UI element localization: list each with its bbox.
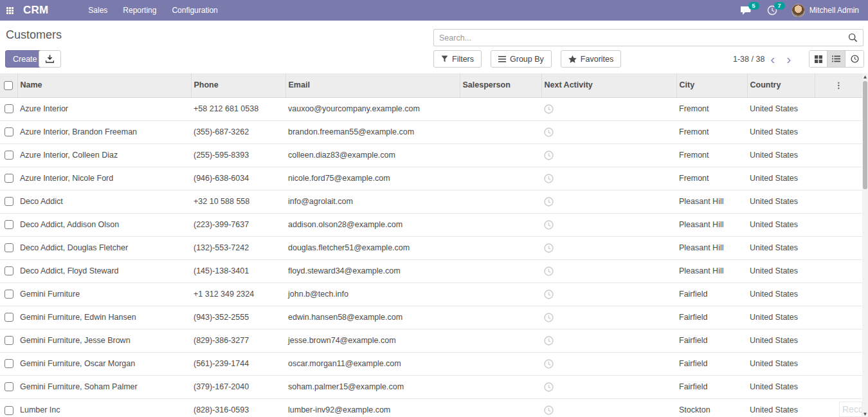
next-activity-clock-icon[interactable] (544, 243, 554, 253)
scroll-down-arrow[interactable]: ▼ (862, 411, 868, 417)
column-header-salesperson[interactable]: Salesperson (460, 73, 541, 97)
activities-button[interactable]: 7 (759, 0, 785, 21)
row-checkbox[interactable] (5, 290, 14, 299)
table-row[interactable]: Deco Addict, Douglas Fletcher (132)-553-… (0, 236, 862, 259)
customer-name-cell: Deco Addict, Douglas Fletcher (17, 236, 191, 259)
menu-configuration[interactable]: Configuration (164, 0, 225, 21)
scroll-up-arrow[interactable]: ▲ (862, 73, 868, 80)
table-row[interactable]: Azure Interior, Brandon Freeman (355)-68… (0, 120, 862, 144)
email-cell: colleen.diaz83@example.com (285, 144, 460, 167)
row-checkbox[interactable] (5, 359, 14, 368)
next-activity-clock-icon[interactable] (544, 359, 554, 369)
table-row[interactable]: Gemini Furniture, Soham Palmer (379)-167… (0, 375, 862, 398)
scrollbar-thumb[interactable] (863, 81, 867, 189)
table-row[interactable]: Azure Interior, Nicole Ford (946)-638-60… (0, 167, 862, 190)
user-avatar[interactable] (791, 4, 805, 17)
menu-reporting[interactable]: Reporting (115, 0, 164, 21)
row-checkbox[interactable] (5, 243, 14, 252)
menu-sales[interactable]: Sales (80, 0, 115, 21)
select-all-checkbox[interactable] (4, 81, 13, 90)
row-checkbox-cell (0, 236, 17, 259)
messages-badge: 5 (748, 2, 759, 10)
next-activity-clock-icon[interactable] (544, 336, 554, 346)
table-body: Azure Interior +58 212 681 0538 vauxoo@y… (0, 97, 862, 417)
next-activity-clock-icon[interactable] (544, 151, 554, 160)
next-activity-clock-icon[interactable] (544, 104, 554, 114)
spacer-cell (815, 236, 862, 259)
row-checkbox[interactable] (5, 174, 14, 183)
next-activity-clock-icon[interactable] (544, 266, 554, 276)
spacer-cell (815, 97, 862, 120)
next-activity-cell (541, 190, 676, 213)
search-icon[interactable] (843, 33, 863, 42)
row-checkbox[interactable] (5, 104, 14, 113)
status-tooltip: Reco (839, 402, 862, 417)
salesperson-cell (460, 306, 541, 329)
email-cell: addison.olson28@example.com (285, 213, 460, 236)
next-activity-clock-icon[interactable] (544, 382, 554, 392)
table-row[interactable]: Azure Interior +58 212 681 0538 vauxoo@y… (0, 97, 862, 120)
row-checkbox[interactable] (5, 336, 14, 345)
row-checkbox[interactable] (5, 197, 14, 206)
phone-cell: (223)-399-7637 (191, 213, 285, 236)
next-activity-clock-icon[interactable] (544, 197, 554, 207)
user-menu[interactable]: Mitchell Admin (809, 6, 868, 15)
city-cell: Pleasant Hill (676, 213, 747, 236)
next-activity-clock-icon[interactable] (544, 174, 554, 183)
row-checkbox[interactable] (5, 127, 14, 136)
next-activity-clock-icon[interactable] (544, 313, 554, 322)
customer-name-cell: Gemini Furniture, Oscar Morgan (17, 352, 191, 375)
table-row[interactable]: Gemini Furniture, Jesse Brown (829)-386-… (0, 329, 862, 352)
row-checkbox[interactable] (5, 313, 14, 322)
column-header-name[interactable]: Name (17, 73, 191, 97)
next-activity-clock-icon[interactable] (544, 127, 554, 137)
pager-next-button[interactable]: › (781, 51, 797, 66)
app-brand[interactable]: CRM (19, 4, 57, 17)
next-activity-clock-icon[interactable] (544, 405, 554, 415)
row-checkbox[interactable] (5, 266, 14, 275)
column-header-email[interactable]: Email (285, 73, 460, 97)
column-header-country[interactable]: Country (747, 73, 815, 97)
salesperson-cell (460, 144, 541, 167)
row-checkbox[interactable] (5, 382, 14, 391)
row-checkbox[interactable] (5, 151, 14, 160)
table-row[interactable]: Gemini Furniture, Oscar Morgan (561)-239… (0, 352, 862, 375)
export-button[interactable] (39, 50, 61, 68)
messages-button[interactable]: 5 (733, 0, 759, 21)
filters-button[interactable]: Filters (433, 50, 482, 68)
next-activity-clock-icon[interactable] (544, 290, 554, 299)
table-row[interactable]: Deco Addict, Floyd Steward (145)-138-340… (0, 259, 862, 283)
column-header-next-activity[interactable]: Next Activity (541, 73, 676, 97)
activity-view-button[interactable] (845, 51, 863, 67)
column-header-phone[interactable]: Phone (191, 73, 285, 97)
salesperson-cell (460, 97, 541, 120)
apps-menu-button[interactable] (0, 0, 19, 21)
row-checkbox[interactable] (5, 406, 14, 415)
table-row[interactable]: Azure Interior, Colleen Diaz (255)-595-8… (0, 144, 862, 167)
phone-cell: (946)-638-6034 (191, 167, 285, 190)
table-row[interactable]: Deco Addict, Addison Olson (223)-399-763… (0, 213, 862, 236)
favorites-button[interactable]: Favorites (561, 50, 621, 68)
salesperson-cell (460, 375, 541, 398)
pager-previous-button[interactable]: ‹ (764, 51, 781, 66)
list-view-button[interactable] (827, 51, 845, 67)
row-checkbox[interactable] (5, 220, 14, 229)
column-header-city[interactable]: City (676, 73, 747, 97)
kanban-view-button[interactable] (809, 51, 827, 67)
search-input[interactable] (434, 33, 843, 42)
table-row[interactable]: Deco Addict +32 10 588 558 info@agrolait… (0, 190, 862, 213)
next-activity-clock-icon[interactable] (544, 220, 554, 230)
spacer-cell (815, 375, 862, 398)
table-row[interactable]: Gemini Furniture +1 312 349 2324 john.b@… (0, 283, 862, 306)
city-cell: Fremont (676, 144, 747, 167)
salesperson-cell (460, 167, 541, 190)
next-activity-cell (541, 306, 676, 329)
vertical-scrollbar[interactable]: ▲ ▼ (862, 73, 868, 417)
group-by-button[interactable]: Group By (491, 50, 552, 68)
table-row[interactable]: Lumber Inc (828)-316-0593 lumber-inv92@e… (0, 398, 862, 417)
spacer-cell (815, 167, 862, 190)
optional-columns-toggle[interactable]: ⋮ (815, 73, 862, 97)
next-activity-cell (541, 283, 676, 306)
phone-cell: (255)-595-8393 (191, 144, 285, 167)
table-row[interactable]: Gemini Furniture, Edwin Hansen (943)-352… (0, 306, 862, 329)
